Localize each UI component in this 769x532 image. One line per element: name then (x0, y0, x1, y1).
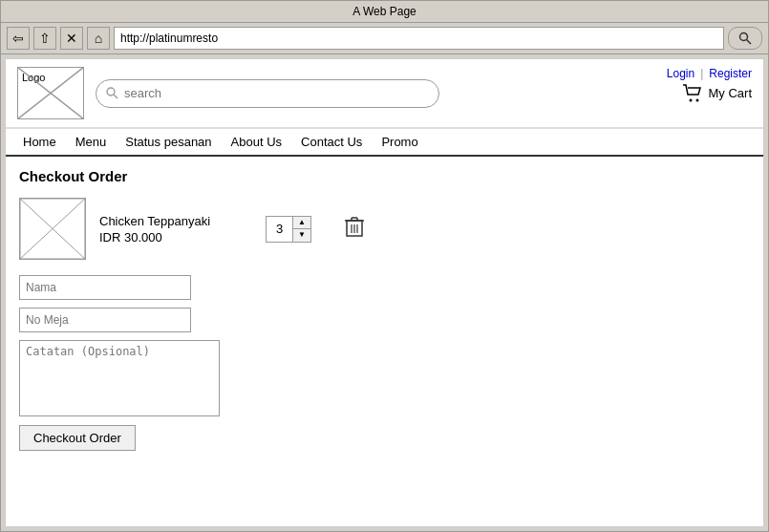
quantity-value: 3 (267, 217, 293, 242)
nav-status-pesanan[interactable]: Status pesanan (116, 129, 221, 155)
close-button[interactable]: ✕ (60, 27, 83, 50)
page-title: Checkout Order (19, 168, 750, 184)
svg-line-3 (18, 68, 82, 118)
nav-promo[interactable]: Promo (372, 129, 427, 155)
item-info: Chicken Teppanyaki IDR 30.000 (99, 214, 224, 245)
browser-title: A Web Page (352, 5, 417, 18)
browser-search-button[interactable] (728, 27, 762, 50)
svg-point-6 (689, 98, 692, 101)
auth-divider: | (700, 67, 703, 80)
search-icon (106, 87, 118, 99)
catatan-wrapper (19, 340, 750, 419)
search-icon (738, 32, 752, 45)
back-button[interactable]: ⇦ (7, 27, 30, 50)
item-image-placeholder (20, 199, 85, 259)
home-button[interactable]: ⌂ (87, 27, 110, 50)
svg-point-4 (107, 88, 115, 96)
site-nav: Home Menu Status pesanan About Us Contac… (6, 128, 763, 157)
browser-titlebar: A Web Page (1, 1, 768, 23)
no-meja-input[interactable] (19, 308, 191, 332)
svg-line-5 (114, 95, 117, 98)
address-bar[interactable] (114, 27, 724, 50)
item-name: Chicken Teppanyaki (99, 214, 224, 228)
cart-icon (682, 84, 705, 103)
quantity-increment[interactable]: ▲ (293, 217, 310, 229)
item-image (19, 198, 86, 260)
nav-menu[interactable]: Menu (66, 129, 117, 155)
cart-area[interactable]: My Cart (682, 84, 753, 103)
main-content: Checkout Order Chicken Teppanyaki IDR 30… (6, 157, 763, 526)
nav-home[interactable]: Home (13, 129, 66, 155)
nav-about-us[interactable]: About Us (222, 129, 291, 155)
delete-item-button[interactable] (344, 215, 365, 243)
register-link[interactable]: Register (709, 67, 752, 80)
browser-window: A Web Page ⇦ ⇧ ✕ ⌂ Logo (0, 0, 769, 532)
quantity-control: 3 ▲ ▼ (266, 216, 311, 243)
quantity-decrement[interactable]: ▼ (293, 229, 310, 242)
quantity-arrows: ▲ ▼ (293, 217, 310, 242)
nama-input[interactable] (19, 275, 191, 300)
search-bar (96, 79, 439, 108)
item-price: IDR 30.000 (99, 230, 224, 245)
svg-point-7 (695, 98, 698, 101)
svg-line-1 (747, 40, 752, 45)
logo: Logo (17, 67, 84, 119)
site-header: Logo Login | Register (6, 59, 763, 128)
login-link[interactable]: Login (667, 67, 694, 80)
order-form (19, 275, 191, 332)
header-right: Login | Register My Cart (682, 84, 753, 103)
page-content: Logo Login | Register (5, 58, 764, 527)
browser-toolbar: ⇦ ⇧ ✕ ⌂ (1, 23, 768, 54)
order-item: Chicken Teppanyaki IDR 30.000 3 ▲ ▼ (19, 198, 750, 260)
auth-links: Login | Register (667, 67, 752, 80)
checkout-button[interactable]: Checkout Order (19, 425, 136, 451)
logo-label: Logo (22, 72, 45, 83)
trash-icon (344, 215, 365, 238)
forward-button[interactable]: ⇧ (33, 27, 56, 50)
search-input[interactable] (124, 86, 429, 100)
cart-label-text: My Cart (709, 86, 753, 100)
logo-x-icon (18, 68, 83, 118)
nav-contact-us[interactable]: Contact Us (291, 129, 372, 155)
svg-point-0 (740, 33, 748, 41)
svg-line-2 (18, 68, 82, 118)
catatan-textarea[interactable] (19, 340, 220, 416)
